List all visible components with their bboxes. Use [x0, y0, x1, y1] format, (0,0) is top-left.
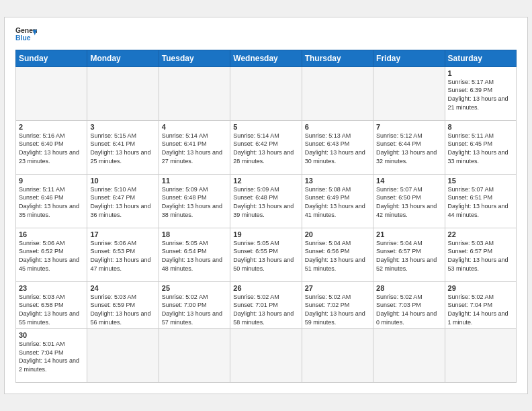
day-info: Sunrise: 5:06 AMSunset: 6:52 PMDaylight:…	[19, 239, 84, 273]
day-info: Sunrise: 5:13 AMSunset: 6:43 PMDaylight:…	[305, 132, 370, 165]
day-info: Sunrise: 5:16 AMSunset: 6:40 PMDaylight:…	[19, 132, 84, 165]
calendar-cell: 18Sunrise: 5:05 AMSunset: 6:54 PMDayligh…	[159, 228, 230, 281]
day-number: 16	[19, 230, 84, 238]
calendar-row-4: 23Sunrise: 5:03 AMSunset: 6:58 PMDayligh…	[16, 281, 517, 328]
day-number: 4	[162, 123, 227, 131]
day-number: 6	[305, 123, 370, 131]
day-info: Sunrise: 5:07 AMSunset: 6:51 PMDaylight:…	[448, 185, 513, 219]
calendar-cell: 4Sunrise: 5:14 AMSunset: 6:41 PMDaylight…	[159, 120, 230, 174]
day-number: 8	[448, 123, 513, 131]
calendar-cell	[87, 329, 159, 383]
page: General Blue SundayMondayTuesdayWednesda…	[4, 17, 528, 394]
calendar-cell	[87, 66, 159, 120]
day-info: Sunrise: 5:14 AMSunset: 6:42 PMDaylight:…	[233, 132, 298, 165]
day-number: 21	[376, 230, 441, 238]
day-number: 23	[19, 284, 84, 292]
calendar-cell: 21Sunrise: 5:04 AMSunset: 6:57 PMDayligh…	[373, 228, 445, 281]
calendar-cell: 22Sunrise: 5:03 AMSunset: 6:57 PMDayligh…	[445, 228, 516, 281]
day-info: Sunrise: 5:02 AMSunset: 7:01 PMDaylight:…	[233, 293, 298, 326]
calendar-cell	[16, 66, 87, 120]
day-number: 14	[376, 177, 441, 185]
calendar-row-5: 30Sunrise: 5:01 AMSunset: 7:04 PMDayligh…	[16, 329, 517, 383]
day-info: Sunrise: 5:03 AMSunset: 6:57 PMDaylight:…	[448, 239, 513, 273]
day-info: Sunrise: 5:11 AMSunset: 6:45 PMDaylight:…	[448, 132, 513, 165]
day-info: Sunrise: 5:04 AMSunset: 6:56 PMDaylight:…	[305, 239, 370, 273]
day-number: 1	[448, 69, 513, 77]
day-info: Sunrise: 5:07 AMSunset: 6:50 PMDaylight:…	[376, 185, 441, 219]
day-number: 30	[19, 331, 84, 339]
day-number: 22	[448, 230, 513, 238]
weekday-saturday: Saturday	[445, 50, 516, 66]
calendar-cell: 12Sunrise: 5:09 AMSunset: 6:48 PMDayligh…	[230, 174, 302, 228]
day-number: 27	[305, 284, 370, 292]
calendar-cell: 13Sunrise: 5:08 AMSunset: 6:49 PMDayligh…	[302, 174, 373, 228]
calendar: SundayMondayTuesdayWednesdayThursdayFrid…	[15, 50, 517, 383]
calendar-cell: 15Sunrise: 5:07 AMSunset: 6:51 PMDayligh…	[445, 174, 516, 228]
calendar-cell: 19Sunrise: 5:05 AMSunset: 6:55 PMDayligh…	[230, 228, 302, 281]
day-number: 20	[305, 230, 370, 238]
day-number: 7	[376, 123, 441, 131]
calendar-cell: 2Sunrise: 5:16 AMSunset: 6:40 PMDaylight…	[16, 120, 87, 174]
day-number: 28	[376, 284, 441, 292]
day-info: Sunrise: 5:05 AMSunset: 6:54 PMDaylight:…	[162, 239, 227, 273]
day-number: 13	[305, 177, 370, 185]
calendar-cell: 30Sunrise: 5:01 AMSunset: 7:04 PMDayligh…	[16, 329, 87, 383]
day-info: Sunrise: 5:03 AMSunset: 6:58 PMDaylight:…	[19, 293, 84, 326]
day-info: Sunrise: 5:05 AMSunset: 6:55 PMDaylight:…	[233, 239, 298, 273]
day-number: 29	[448, 284, 513, 292]
calendar-cell	[373, 329, 445, 383]
day-info: Sunrise: 5:09 AMSunset: 6:48 PMDaylight:…	[233, 185, 298, 219]
day-info: Sunrise: 5:02 AMSunset: 7:00 PMDaylight:…	[162, 293, 227, 326]
day-number: 5	[233, 123, 298, 131]
calendar-row-1: 2Sunrise: 5:16 AMSunset: 6:40 PMDaylight…	[16, 120, 517, 174]
day-number: 24	[90, 284, 155, 292]
calendar-cell: 23Sunrise: 5:03 AMSunset: 6:58 PMDayligh…	[16, 281, 87, 328]
day-info: Sunrise: 5:12 AMSunset: 6:44 PMDaylight:…	[376, 132, 441, 165]
day-number: 3	[90, 123, 155, 131]
calendar-cell	[302, 66, 373, 120]
calendar-cell: 29Sunrise: 5:02 AMSunset: 7:04 PMDayligh…	[445, 281, 516, 328]
calendar-cell	[159, 66, 230, 120]
day-number: 18	[162, 230, 227, 238]
day-info: Sunrise: 5:08 AMSunset: 6:49 PMDaylight:…	[305, 185, 370, 219]
weekday-sunday: Sunday	[16, 50, 87, 66]
day-number: 15	[448, 177, 513, 185]
weekday-tuesday: Tuesday	[159, 50, 230, 66]
calendar-cell: 5Sunrise: 5:14 AMSunset: 6:42 PMDaylight…	[230, 120, 302, 174]
day-number: 2	[19, 123, 84, 131]
calendar-cell: 28Sunrise: 5:02 AMSunset: 7:03 PMDayligh…	[373, 281, 445, 328]
weekday-wednesday: Wednesday	[230, 50, 302, 66]
day-info: Sunrise: 5:02 AMSunset: 7:03 PMDaylight:…	[376, 293, 441, 326]
logo: General Blue	[15, 26, 37, 44]
calendar-row-0: 1Sunrise: 5:17 AMSunset: 6:39 PMDaylight…	[16, 66, 517, 120]
calendar-cell	[159, 329, 230, 383]
day-number: 17	[90, 230, 155, 238]
day-number: 10	[90, 177, 155, 185]
day-info: Sunrise: 5:11 AMSunset: 6:46 PMDaylight:…	[19, 185, 84, 219]
logo-icon: General Blue	[15, 26, 37, 44]
day-number: 12	[233, 177, 298, 185]
calendar-cell: 20Sunrise: 5:04 AMSunset: 6:56 PMDayligh…	[302, 228, 373, 281]
day-number: 9	[19, 177, 84, 185]
day-info: Sunrise: 5:02 AMSunset: 7:04 PMDaylight:…	[448, 293, 513, 326]
calendar-cell	[373, 66, 445, 120]
weekday-friday: Friday	[373, 50, 445, 66]
calendar-cell: 17Sunrise: 5:06 AMSunset: 6:53 PMDayligh…	[87, 228, 159, 281]
calendar-cell: 27Sunrise: 5:02 AMSunset: 7:02 PMDayligh…	[302, 281, 373, 328]
calendar-cell: 8Sunrise: 5:11 AMSunset: 6:45 PMDaylight…	[445, 120, 516, 174]
calendar-cell	[302, 329, 373, 383]
calendar-cell	[230, 66, 302, 120]
day-info: Sunrise: 5:10 AMSunset: 6:47 PMDaylight:…	[90, 185, 155, 219]
day-info: Sunrise: 5:02 AMSunset: 7:02 PMDaylight:…	[305, 293, 370, 326]
day-number: 11	[162, 177, 227, 185]
day-info: Sunrise: 5:17 AMSunset: 6:39 PMDaylight:…	[448, 78, 513, 111]
calendar-cell: 24Sunrise: 5:03 AMSunset: 6:59 PMDayligh…	[87, 281, 159, 328]
calendar-cell: 1Sunrise: 5:17 AMSunset: 6:39 PMDaylight…	[445, 66, 516, 120]
weekday-header-row: SundayMondayTuesdayWednesdayThursdayFrid…	[16, 50, 517, 66]
calendar-cell: 16Sunrise: 5:06 AMSunset: 6:52 PMDayligh…	[16, 228, 87, 281]
calendar-cell: 6Sunrise: 5:13 AMSunset: 6:43 PMDaylight…	[302, 120, 373, 174]
calendar-cell: 11Sunrise: 5:09 AMSunset: 6:48 PMDayligh…	[159, 174, 230, 228]
calendar-cell	[445, 329, 516, 383]
day-info: Sunrise: 5:09 AMSunset: 6:48 PMDaylight:…	[162, 185, 227, 219]
calendar-cell: 26Sunrise: 5:02 AMSunset: 7:01 PMDayligh…	[230, 281, 302, 328]
